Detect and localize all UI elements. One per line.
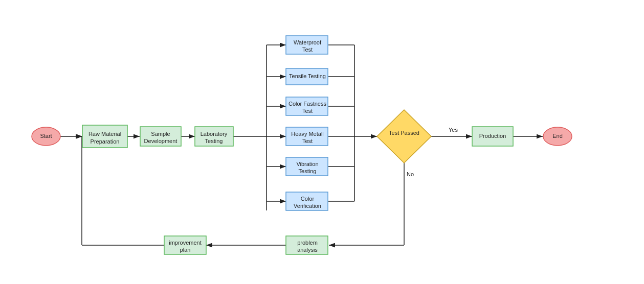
improvement-plan-label2: plan xyxy=(180,247,191,253)
sample-dev-label2: Development xyxy=(144,138,177,144)
improvement-plan-label: improvement xyxy=(169,240,202,246)
color-fastness-label: Color Fastness xyxy=(288,101,326,107)
color-verif-label: Color xyxy=(301,196,315,202)
color-fastness-label2: Test xyxy=(302,108,313,114)
color-verif-label2: Verification xyxy=(294,203,321,209)
raw-material-label2: Preparation xyxy=(91,138,120,145)
problem-analysis-label: problem xyxy=(297,240,318,246)
vibration-label2: Testing xyxy=(299,168,317,174)
raw-material-label: Raw Material xyxy=(88,131,121,137)
heavy-metal-label: Heavy Metall xyxy=(291,131,324,137)
waterproof-label: Waterproof xyxy=(294,39,322,45)
no-label: No xyxy=(407,171,414,177)
test-passed-label: Test Passed xyxy=(389,130,419,136)
tensile-label: Tensile Testing xyxy=(289,73,326,79)
lab-testing-label2: Testing xyxy=(205,138,223,144)
start-label: Start xyxy=(40,133,52,139)
vibration-label: Vibration xyxy=(296,161,318,167)
test-passed-node xyxy=(377,110,431,163)
lab-testing-label: Laboratory xyxy=(201,131,228,137)
heavy-metal-label2: Test xyxy=(302,138,313,144)
end-label: End xyxy=(552,133,563,139)
yes-label: Yes xyxy=(449,127,458,133)
waterproof-label2: Test xyxy=(302,46,313,53)
problem-analysis-label2: analysis xyxy=(297,247,318,253)
sample-dev-label: Sample xyxy=(151,131,170,137)
production-label: Production xyxy=(479,133,506,139)
